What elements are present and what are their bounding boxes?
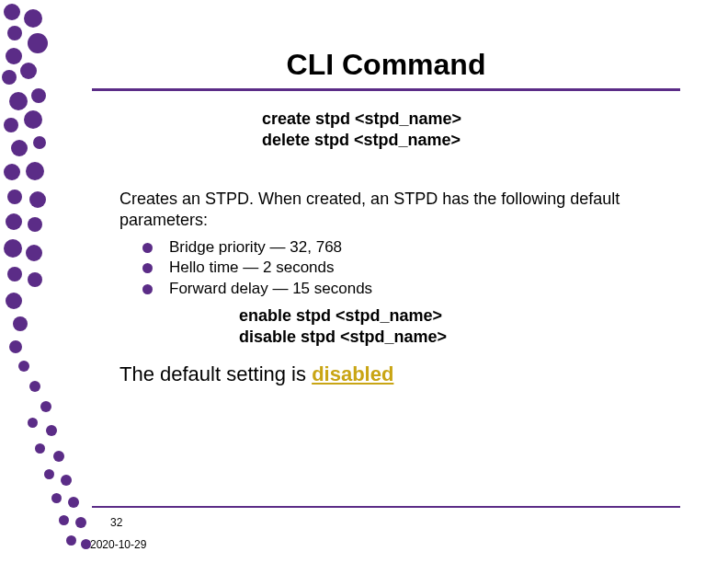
slide: CLI Command create stpd <stpd_name> dele…	[0, 0, 728, 563]
default-prefix: The default setting is	[119, 362, 312, 385]
command-block-2: enable stpd <stpd_name> disable stpd <st…	[239, 305, 447, 349]
list-item: Hello time — 2 seconds	[142, 258, 630, 278]
bullet-icon	[142, 243, 153, 253]
bullet-icon	[142, 284, 153, 294]
decorative-dots	[0, 0, 92, 563]
bullet-text: Hello time — 2 seconds	[169, 258, 335, 278]
page-number: 32	[110, 516, 122, 529]
default-highlight: disabled	[312, 362, 393, 385]
bullet-list: Bridge priority — 32, 768 Hello time — 2…	[142, 237, 630, 299]
description-text: Creates an STPD. When created, an STPD h…	[119, 189, 634, 231]
default-setting-text: The default setting is disabled	[119, 362, 393, 386]
title-divider	[92, 88, 680, 91]
bullet-text: Forward delay — 15 seconds	[169, 279, 372, 299]
bullet-icon	[142, 263, 153, 273]
page-date: 2020-10-29	[90, 538, 146, 551]
cmd-disable: disable stpd <stpd_name>	[239, 327, 447, 348]
cmd-enable: enable stpd <stpd_name>	[239, 305, 447, 327]
list-item: Forward delay — 15 seconds	[142, 279, 630, 299]
cmd-create: create stpd <stpd_name>	[262, 109, 461, 130]
command-block-1: create stpd <stpd_name> delete stpd <stp…	[262, 109, 461, 150]
page-title: CLI Command	[92, 48, 680, 82]
cmd-delete: delete stpd <stpd_name>	[262, 130, 461, 151]
footer-divider	[92, 506, 680, 508]
bullet-text: Bridge priority — 32, 768	[169, 237, 342, 258]
list-item: Bridge priority — 32, 768	[142, 237, 630, 258]
